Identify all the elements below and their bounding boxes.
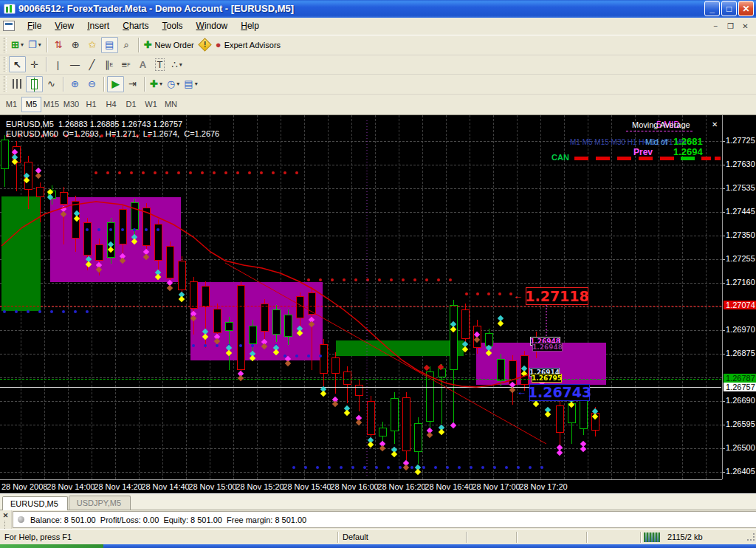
price-label-arrow-icon: ← [513, 290, 523, 301]
indicator-close-icon[interactable]: ✕ [712, 120, 718, 129]
timeframe-h4[interactable]: H4 [101, 97, 121, 112]
mdi-minimize-button[interactable]: − [709, 21, 722, 32]
signal-dot [130, 171, 133, 174]
cursor-button[interactable]: ↖ [9, 56, 26, 72]
title-bar: 90066512: ForexTrader.Meta - Demo Accoun… [0, 0, 756, 18]
chart-area[interactable]: EURUSD,M5 1.26883 1.26885 1.26743 1.2675… [0, 115, 756, 493]
new-order-button[interactable]: ✚ New Order [142, 37, 196, 53]
timeframe-m5[interactable]: M5 [21, 97, 41, 112]
taskbar-start-fragment [0, 544, 103, 548]
timeframe-m15[interactable]: M15 [41, 97, 61, 112]
candlestick-chart-button[interactable] [26, 76, 43, 92]
arrows-tool-button[interactable]: ∴▾ [168, 56, 185, 72]
menu-help[interactable]: Help [234, 18, 266, 33]
templates-button[interactable]: ▤▾ [182, 76, 199, 92]
expert-advisors-button[interactable]: ● Expert Advisors [213, 37, 283, 53]
new-chart-icon: ⊞ [11, 39, 19, 50]
signal-dot [304, 466, 307, 469]
toolbar-grip[interactable] [4, 38, 7, 53]
signal-dot [316, 466, 319, 469]
chevron-down-icon: ▾ [195, 81, 198, 87]
timeframe-w1[interactable]: W1 [141, 97, 161, 112]
new-chart-button[interactable]: ⊞▾ [9, 37, 26, 53]
can-dash [596, 157, 610, 160]
market-watch-button[interactable]: ⇅ [50, 37, 67, 53]
text-tool-button[interactable]: A [134, 56, 151, 72]
menu-tools[interactable]: Tools [156, 18, 190, 33]
candle [580, 397, 588, 429]
indicators-button[interactable]: ✚▾ [148, 76, 165, 92]
signal-dot [509, 292, 512, 295]
menu-insert[interactable]: Insert [80, 18, 116, 33]
crosshair-button[interactable]: ✛ [26, 56, 43, 72]
terminal-close-icon[interactable]: ✕ [3, 512, 9, 519]
candle [178, 261, 186, 290]
signal-dot [458, 466, 461, 469]
chart-shift-button[interactable]: ⇥ [124, 76, 141, 92]
menu-window[interactable]: Window [190, 18, 235, 33]
signal-dot [319, 355, 322, 357]
candle [261, 304, 269, 332]
data-window-button[interactable]: ⊕ [67, 37, 84, 53]
navigator-button[interactable]: ✩ [84, 37, 101, 53]
arrow-marker [415, 469, 421, 475]
chart-plot[interactable]: EURUSD,M5 1.26883 1.26885 1.26743 1.2675… [0, 115, 722, 479]
candle [36, 187, 44, 197]
tab-usdjpy-m5[interactable]: USDJPY,M5 [69, 496, 131, 510]
timeframe-mn[interactable]: MN [161, 97, 181, 112]
horizontal-line-button[interactable]: — [66, 56, 83, 72]
maximize-button[interactable]: □ [721, 1, 737, 16]
terminal-button[interactable]: ▤ [101, 37, 118, 53]
toolbar-grip[interactable] [4, 76, 7, 92]
window-title: 90066512: ForexTrader.Meta - Demo Accoun… [18, 3, 703, 14]
menu-file[interactable]: File [21, 18, 48, 33]
timeframe-h1[interactable]: H1 [81, 97, 101, 112]
equidistant-channel-button[interactable]: ∥E [100, 56, 117, 72]
taskbar-fragment [103, 544, 756, 548]
price-axis-tick [723, 141, 725, 142]
signal-dot [154, 171, 157, 174]
zoom-out-button[interactable]: ⊖ [83, 76, 100, 92]
line-chart-button[interactable]: ∿ [43, 76, 60, 92]
timeframe-d1[interactable]: D1 [121, 97, 141, 112]
trendline-button[interactable]: ╱ [83, 56, 100, 72]
terminal-grip[interactable] [4, 521, 7, 529]
resize-grip[interactable] [746, 532, 756, 542]
signal-dot [251, 344, 254, 347]
close-button[interactable]: ✕ [738, 1, 754, 16]
profiles-button[interactable]: ❐▾ [26, 37, 44, 53]
periods-button[interactable]: ◷▾ [165, 76, 182, 92]
mdi-restore-button[interactable]: ❐ [724, 21, 737, 32]
status-profile[interactable]: Default [338, 532, 467, 543]
menu-charts[interactable]: Charts [116, 18, 155, 33]
new-order-label: New Order [155, 41, 194, 49]
price-axis-label: 1.26970 [726, 325, 755, 334]
bar-chart-button[interactable] [9, 76, 26, 92]
menu-view[interactable]: View [48, 18, 80, 33]
minimize-button[interactable]: _ [704, 1, 720, 16]
auto-scroll-button[interactable]: ▶ [107, 76, 124, 92]
gridline-horizontal [0, 330, 722, 331]
signal-dot [363, 466, 366, 469]
toolbar-separator [46, 57, 47, 72]
vertical-line-button[interactable]: | [49, 56, 66, 72]
timeframe-m1[interactable]: M1 [1, 97, 21, 112]
text-label-button[interactable]: T [151, 56, 168, 72]
toolbar-grip[interactable] [4, 57, 7, 72]
timeframe-m30[interactable]: M30 [61, 97, 81, 112]
taskbar-sliver [0, 544, 756, 548]
strategy-tester-button[interactable]: ⌕ [118, 37, 135, 53]
fibonacci-button[interactable]: ≡F [117, 56, 134, 72]
mdi-close-button[interactable]: ✕ [739, 21, 752, 32]
signal-dot [201, 171, 204, 174]
time-axis-label: 28 Nov 2008 [1, 482, 47, 491]
price-marker-label: 1.26787 [724, 374, 756, 383]
price-axis[interactable]: 1.277251.276301.275351.274451.273501.272… [722, 115, 756, 479]
tab-eurusd-m5[interactable]: EURUSD,M5 [2, 496, 68, 510]
toolbar-separator [144, 77, 145, 92]
time-axis[interactable]: 28 Nov 200828 Nov 14:0028 Nov 14:2028 No… [0, 479, 722, 494]
metaeditor-button[interactable]: ! [196, 37, 213, 53]
arrow-marker [379, 445, 385, 451]
time-axis-label: 28 Nov 14:40 [140, 482, 190, 491]
zoom-in-button[interactable]: ⊕ [66, 76, 83, 92]
